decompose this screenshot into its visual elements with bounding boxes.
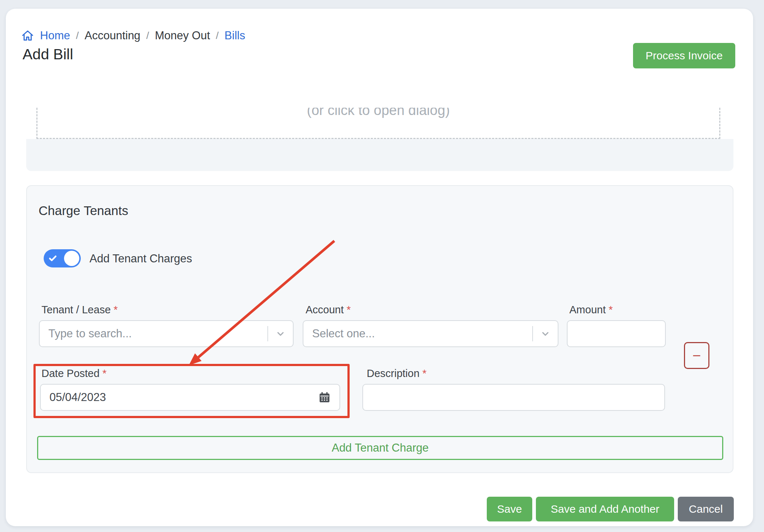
upload-panel-bottom	[26, 139, 733, 171]
date-posted-input[interactable]	[49, 391, 314, 404]
main-card: Home / Accounting / Money Out / Bills Ad…	[6, 9, 753, 526]
date-posted-label: Date Posted*	[41, 368, 107, 380]
charge-tenants-card: Charge Tenants Add Tenant Charges Tenant…	[26, 185, 733, 473]
breadcrumb-separator: /	[146, 30, 149, 41]
process-invoice-button[interactable]: Process Invoice	[633, 43, 735, 68]
calendar-icon[interactable]	[318, 391, 331, 404]
page-title: Add Bill	[23, 46, 73, 63]
description-input[interactable]	[362, 384, 665, 411]
upload-dropzone[interactable]: (or click to open dialog)	[36, 108, 720, 139]
toggle-knob	[64, 251, 79, 266]
charge-tenants-heading: Charge Tenants	[39, 203, 128, 218]
account-select[interactable]: Select one...	[303, 320, 558, 347]
description-label: Description*	[367, 368, 426, 380]
breadcrumb: Home / Accounting / Money Out / Bills	[21, 28, 245, 44]
chevron-down-icon[interactable]	[533, 329, 558, 339]
breadcrumb-bills[interactable]: Bills	[224, 29, 245, 42]
check-icon	[48, 254, 57, 264]
cancel-button[interactable]: Cancel	[678, 497, 734, 521]
save-and-add-another-button[interactable]: Save and Add Another	[536, 497, 674, 521]
date-posted-field[interactable]	[40, 384, 340, 411]
tenant-lease-select[interactable]: Type to search...	[39, 320, 294, 347]
page: Home / Accounting / Money Out / Bills Ad…	[0, 0, 764, 532]
breadcrumb-separator: /	[76, 30, 79, 41]
save-button[interactable]: Save	[487, 497, 532, 521]
add-tenant-charge-button[interactable]: Add Tenant Charge	[37, 436, 723, 460]
amount-label: Amount*	[569, 304, 613, 316]
account-label: Account*	[306, 304, 351, 316]
account-placeholder: Select one...	[303, 327, 532, 340]
home-icon[interactable]	[21, 29, 34, 42]
breadcrumb-separator: /	[216, 30, 219, 41]
chevron-down-icon[interactable]	[268, 329, 293, 339]
tenant-lease-label: Tenant / Lease*	[41, 304, 118, 316]
tenant-lease-placeholder: Type to search...	[40, 327, 267, 340]
add-tenant-charges-toggle[interactable]	[44, 249, 81, 267]
amount-input[interactable]	[567, 320, 666, 347]
add-tenant-charges-label: Add Tenant Charges	[89, 252, 192, 265]
breadcrumb-home[interactable]: Home	[40, 29, 70, 42]
remove-charge-row-button[interactable]: −	[684, 342, 709, 369]
upload-hint: (or click to open dialog)	[307, 108, 450, 118]
breadcrumb-accounting: Accounting	[84, 29, 140, 42]
breadcrumb-money-out: Money Out	[155, 29, 210, 42]
